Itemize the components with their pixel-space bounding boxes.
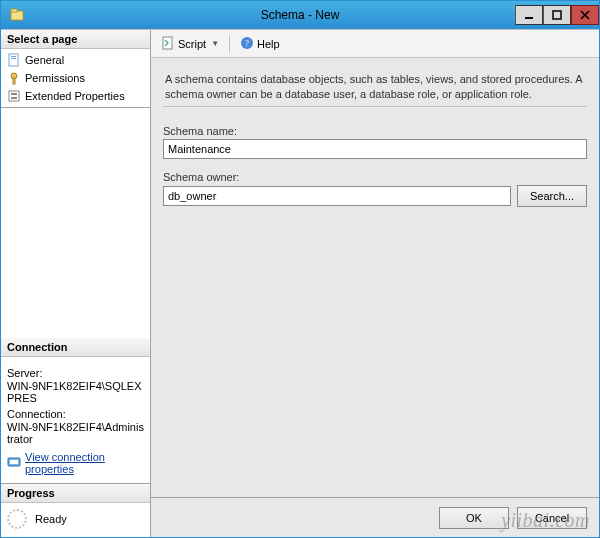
page-icon (7, 89, 21, 103)
select-page-section: Select a page General Permissions (1, 30, 150, 108)
schema-name-label: Schema name: (163, 125, 587, 137)
app-icon (7, 5, 27, 25)
svg-rect-12 (11, 93, 17, 95)
connection-heading: Connection (1, 338, 150, 357)
connection-body: Server: WIN-9NF1K82EIF4\SQLEXPRES Connec… (1, 357, 150, 483)
window-controls (515, 5, 599, 25)
search-owner-button[interactable]: Search... (517, 185, 587, 207)
server-value: WIN-9NF1K82EIF4\SQLEXPRES (7, 380, 144, 404)
schema-name-row: Schema name: (163, 125, 587, 159)
svg-rect-1 (11, 9, 17, 12)
page-label: Extended Properties (25, 90, 125, 102)
page-extended-properties[interactable]: Extended Properties (1, 87, 150, 105)
schema-owner-label: Schema owner: (163, 171, 587, 183)
minimize-button[interactable] (515, 5, 543, 25)
toolbar: Script ▼ ? Help (151, 30, 599, 58)
svg-rect-6 (9, 54, 18, 66)
right-panel: Script ▼ ? Help A schema contains databa… (151, 30, 599, 537)
page-general[interactable]: General (1, 51, 150, 69)
page-label: Permissions (25, 72, 85, 84)
connection-section: Connection Server: WIN-9NF1K82EIF4\SQLEX… (1, 338, 150, 484)
dialog-window: Schema - New Select a page (0, 0, 600, 538)
window-title: Schema - New (1, 8, 599, 22)
svg-rect-13 (11, 97, 17, 99)
maximize-button[interactable] (543, 5, 571, 25)
svg-rect-15 (10, 460, 18, 464)
page-label: General (25, 54, 64, 66)
script-label: Script (178, 38, 206, 50)
progress-spinner-icon (7, 509, 27, 529)
left-panel: Select a page General Permissions (1, 30, 151, 537)
close-button[interactable] (571, 5, 599, 25)
chevron-down-icon: ▼ (211, 39, 219, 48)
page-icon (7, 53, 21, 67)
view-connection-properties-link[interactable]: View connection properties (25, 451, 144, 475)
progress-status: Ready (35, 513, 67, 525)
ok-button[interactable]: OK (439, 507, 509, 529)
select-page-heading: Select a page (1, 30, 150, 49)
script-icon (161, 36, 175, 52)
progress-body: Ready (1, 503, 150, 537)
schema-owner-row: Schema owner: Search... (163, 171, 587, 207)
svg-rect-2 (525, 17, 533, 19)
toolbar-separator (229, 35, 230, 53)
script-dropdown[interactable]: Script ▼ (157, 34, 223, 54)
content-area: Select a page General Permissions (1, 29, 599, 537)
titlebar: Schema - New (1, 1, 599, 29)
help-icon: ? (240, 36, 254, 52)
cancel-button[interactable]: Cancel (517, 507, 587, 529)
svg-rect-8 (11, 58, 16, 59)
progress-section: Progress Ready (1, 484, 150, 537)
help-button[interactable]: ? Help (236, 34, 284, 54)
svg-rect-7 (11, 56, 16, 57)
connection-label: Connection: (7, 408, 144, 420)
dialog-footer: OK Cancel (151, 497, 599, 537)
connection-icon (7, 455, 21, 471)
svg-rect-10 (13, 78, 15, 84)
schema-name-input[interactable] (163, 139, 587, 159)
page-icon (7, 71, 21, 85)
connection-value: WIN-9NF1K82EIF4\Administrator (7, 421, 144, 445)
schema-owner-input[interactable] (163, 186, 511, 206)
page-list: General Permissions Extended Properties (1, 49, 150, 107)
left-spacer (1, 108, 150, 338)
progress-heading: Progress (1, 484, 150, 503)
server-label: Server: (7, 367, 144, 379)
page-permissions[interactable]: Permissions (1, 69, 150, 87)
help-label: Help (257, 38, 280, 50)
svg-text:?: ? (245, 38, 249, 48)
svg-rect-11 (9, 91, 19, 101)
main-body: A schema contains database objects, such… (151, 58, 599, 497)
schema-description: A schema contains database objects, such… (163, 68, 587, 107)
svg-rect-3 (553, 11, 561, 19)
